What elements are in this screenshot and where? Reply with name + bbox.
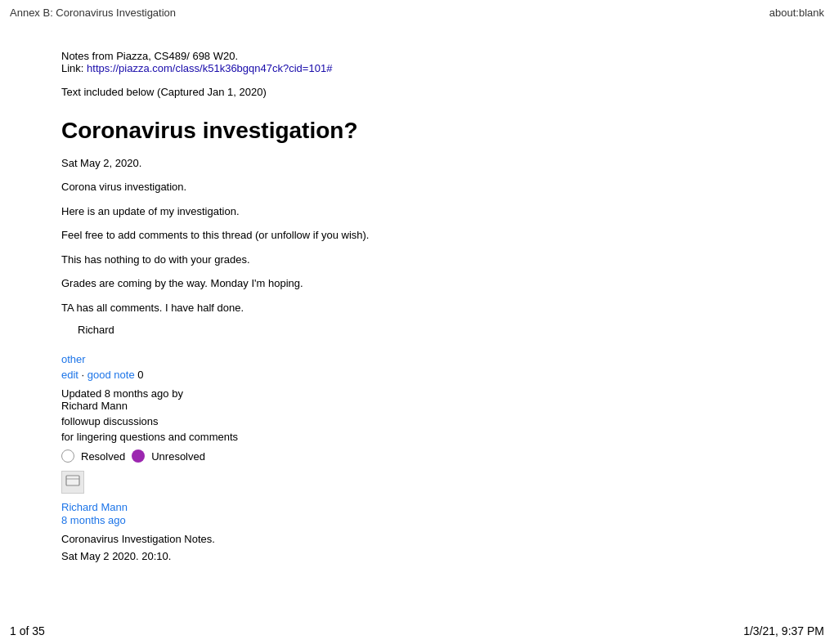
notes-from: Notes from Piazza, CS489/ 698 W20. Link:…	[61, 50, 773, 74]
page-title: Annex B: Coronavirus Investigation	[10, 7, 176, 19]
followup-label: followup discussions	[61, 415, 773, 427]
link-label: Link:	[61, 62, 83, 74]
body-line-2: Here is an update of my investigation.	[61, 203, 773, 220]
tag-other[interactable]: other	[61, 353, 86, 365]
page-info: 1 of 35	[10, 624, 45, 637]
body-line-4: This has nothing to do with your grades.	[61, 252, 773, 268]
post-date: Sat May 2, 2020.	[61, 157, 773, 169]
post-heading: Coronavirus investigation?	[61, 118, 773, 144]
comment-time-link[interactable]: 8 months ago	[61, 514, 126, 526]
body-line-6: TA has all comments. I have half done.	[61, 300, 773, 316]
url-display: about:blank	[769, 7, 824, 19]
comment-body: Coronavirus Investigation Notes.	[61, 533, 773, 545]
resolved-label: Resolved	[81, 450, 125, 463]
content-area: Notes from Piazza, CS489/ 698 W20. Link:…	[0, 25, 834, 579]
top-bar: Annex B: Coronavirus Investigation about…	[0, 0, 834, 25]
resolved-section: Resolved Unresolved	[61, 449, 773, 463]
comment-avatar	[61, 471, 84, 494]
svg-rect-0	[66, 476, 79, 485]
bottom-bar: 1 of 35 1/3/21, 9:37 PM	[0, 618, 834, 644]
datetime: 1/3/21, 9:37 PM	[743, 624, 824, 637]
body-line-3: Feel free to add comments to this thread…	[61, 227, 773, 244]
good-note-link[interactable]: good note	[87, 369, 135, 381]
body-line-1: Corona virus investigation.	[61, 179, 773, 195]
updated-info: Updated 8 months ago by Richard Mann	[61, 387, 773, 412]
post-actions: edit · good note 0	[61, 369, 773, 381]
unresolved-label: Unresolved	[151, 450, 205, 463]
followup-sub: for lingering questions and comments	[61, 431, 773, 443]
unresolved-radio[interactable]	[132, 449, 145, 463]
edit-link[interactable]: edit	[61, 369, 78, 381]
captured-text: Text included below (Captured Jan 1, 202…	[61, 86, 773, 98]
comment-time: 8 months ago	[61, 513, 773, 526]
action-sep: ·	[78, 369, 87, 381]
comment-date: Sat May 2 2020. 20:10.	[61, 550, 773, 562]
piazza-link[interactable]: https://piazza.com/class/k51k36bgqn47ck?…	[87, 62, 332, 74]
commenter-link[interactable]: Richard Mann	[61, 501, 128, 513]
post-tags: other	[61, 352, 773, 365]
body-line-5: Grades are coming by the way. Monday I'm…	[61, 275, 773, 292]
resolved-radio[interactable]	[61, 449, 74, 463]
good-note-count: 0	[135, 369, 144, 381]
post-signature: Richard	[78, 324, 773, 336]
commenter-name: Richard Mann	[61, 500, 773, 513]
post-body: Corona virus investigation. Here is an u…	[61, 179, 773, 315]
